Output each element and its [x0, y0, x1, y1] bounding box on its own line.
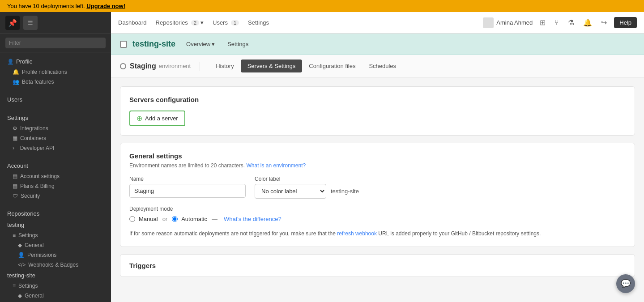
what-is-env-link[interactable]: What is an environment? — [246, 162, 306, 169]
project-nav-overview[interactable]: Overview ▾ — [181, 39, 220, 49]
testing-permissions-label: Permissions — [27, 252, 56, 258]
notification-icon: 🔔 — [13, 69, 19, 75]
sidebar-item-account-settings[interactable]: ▤ Account settings — [0, 171, 111, 181]
nav-users[interactable]: Users 1 — [213, 19, 239, 26]
servers-config-body: Servers configuration ⊕ Add a server — [120, 87, 635, 135]
testing-general-icon: ◆ — [18, 242, 22, 248]
general-settings-desc: Environment names are limited to 20 char… — [129, 162, 626, 169]
env-divider — [200, 62, 200, 71]
containers-icon: ▦ — [13, 135, 17, 141]
tab-servers-settings[interactable]: Servers & Settings — [241, 60, 303, 72]
flask-icon[interactable]: ⚗ — [566, 17, 576, 29]
overview-chevron-icon: ▾ — [212, 41, 215, 47]
add-server-button[interactable]: ⊕ Add a server — [129, 111, 185, 126]
sidebar-item-settings[interactable]: Settings — [0, 112, 111, 123]
testing-label: testing — [7, 221, 24, 228]
triggers-card: Triggers — [120, 254, 635, 277]
sidebar-item-profile-notifications[interactable]: 🔔 Profile notifications — [0, 67, 111, 77]
beta-features-label: Beta features — [22, 79, 54, 85]
fork-icon[interactable]: ⑂ — [553, 17, 561, 29]
profile-section: 👤 Profile 🔔 Profile notifications 👥 Beta… — [0, 52, 111, 90]
nav-bar: Dashboard Repositories 2 ▾ Users 1 Setti… — [111, 12, 644, 34]
containers-label: Containers — [20, 135, 46, 141]
tab-schedules[interactable]: Schedules — [362, 60, 403, 72]
sidebar-item-testing[interactable]: testing — [0, 219, 111, 230]
sidebar-item-security[interactable]: 🛡 Security — [0, 191, 111, 201]
profile-label: Profile — [16, 58, 33, 65]
grid-icon[interactable]: ⊞ — [538, 17, 547, 29]
logout-icon[interactable]: ↪ — [599, 17, 609, 29]
testing-general-label: General — [25, 242, 44, 248]
sidebar-item-testing-site-general[interactable]: ◆ General — [0, 291, 111, 301]
nav-repositories[interactable]: Repositories 2 ▾ — [156, 19, 204, 26]
project-settings-label: Settings — [227, 41, 248, 47]
sidebar-item-beta-features[interactable]: 👥 Beta features — [0, 77, 111, 87]
security-icon: 🛡 — [13, 193, 18, 199]
servers-config-title: Servers configuration — [129, 96, 626, 103]
sidebar-item-testing-webhooks[interactable]: </> Webhooks & Badges — [0, 260, 111, 270]
sidebar-item-containers[interactable]: ▦ Containers — [0, 133, 111, 143]
upgrade-banner: You have 10 deployments left. Upgrade no… — [0, 0, 644, 12]
project-checkbox[interactable] — [120, 41, 127, 48]
webhook-note: If for some reason automatic deployments… — [129, 230, 626, 238]
project-name: testing-site — [132, 39, 175, 49]
bell-icon[interactable]: 🔔 — [581, 17, 594, 29]
sidebar-item-testing-site-settings[interactable]: ≡ Settings — [0, 281, 111, 291]
sidebar-item-developer-api[interactable]: ›_ Developer API — [0, 143, 111, 153]
sidebar-item-repositories[interactable]: Repositories — [0, 208, 111, 219]
env-type: environment — [159, 63, 191, 69]
name-input[interactable] — [129, 184, 246, 198]
manual-radio[interactable] — [129, 216, 135, 222]
general-settings-body: General settings Environment names are l… — [120, 143, 635, 247]
project-nav-settings[interactable]: Settings — [222, 39, 254, 49]
manual-label: Manual — [139, 216, 158, 222]
tab-history[interactable]: History — [209, 60, 240, 72]
sidebar-item-profile[interactable]: 👤 Profile — [0, 56, 111, 67]
integrations-icon: ⚙ — [13, 125, 17, 132]
refresh-webhook-link[interactable]: refresh webhook — [337, 230, 377, 237]
nav-settings[interactable]: Settings — [248, 17, 269, 28]
developer-api-label: Developer API — [20, 145, 55, 151]
user-name: Amina Ahmed — [496, 19, 533, 26]
sidebar-item-testing-permissions[interactable]: 👤 Permissions — [0, 250, 111, 260]
nav-dashboard[interactable]: Dashboard — [118, 17, 147, 28]
sidebar-item-integrations[interactable]: ⚙ Integrations — [0, 123, 111, 133]
account-section: Account ▤ Account settings ▤ Plans & Bil… — [0, 157, 111, 204]
sidebar-item-account[interactable]: Account — [0, 160, 111, 171]
help-button[interactable]: Help — [614, 17, 637, 28]
sidebar-item-testing-general[interactable]: ◆ General — [0, 240, 111, 250]
integrations-label: Integrations — [20, 125, 48, 132]
app-logo: 📌 — [5, 16, 20, 30]
sidebar-filter-input[interactable] — [5, 38, 106, 48]
profile-icon: 👤 — [7, 59, 13, 65]
nav-user[interactable]: Amina Ahmed — [483, 17, 533, 28]
testing-site-label: testing-site — [7, 272, 35, 279]
project-nav: Overview ▾ Settings — [181, 39, 254, 49]
repositories-chevron-icon: ▾ — [200, 19, 204, 26]
automatic-radio[interactable] — [172, 216, 178, 222]
repositories-badge: 2 — [191, 20, 199, 26]
upgrade-link[interactable]: Upgrade now! — [86, 3, 125, 9]
color-select[interactable]: No color label — [255, 184, 326, 199]
banner-text: You have 10 deployments left. — [7, 3, 85, 9]
users-label: Users — [7, 96, 22, 103]
security-label: Security — [21, 193, 40, 199]
page-content: Servers configuration ⊕ Add a server Gen… — [111, 77, 644, 302]
beta-icon: 👥 — [13, 79, 19, 85]
sidebar-item-plans-billing[interactable]: ▤ Plans & Billing — [0, 181, 111, 191]
menu-toggle-button[interactable]: ☰ — [23, 16, 38, 30]
testing-settings-label: Settings — [18, 232, 38, 238]
testing-webhooks-label: Webhooks & Badges — [28, 262, 78, 268]
env-name-limit-text: Environment names are limited to 20 char… — [129, 162, 245, 169]
sidebar-item-testing-site[interactable]: testing-site — [0, 270, 111, 281]
sidebar-item-testing-settings[interactable]: ≡ Settings — [0, 230, 111, 240]
tab-configuration-files[interactable]: Configuration files — [302, 60, 362, 72]
sidebar-item-users[interactable]: Users — [0, 94, 111, 105]
chat-bubble-button[interactable]: 💬 — [616, 274, 635, 293]
user-avatar — [483, 17, 494, 28]
general-settings-card: General settings Environment names are l… — [120, 143, 635, 247]
whats-the-difference-link[interactable]: What's the difference? — [224, 216, 281, 222]
color-site-text: testing-site — [331, 188, 359, 195]
env-header: Staging environment History Servers & Se… — [111, 55, 644, 77]
name-form-group: Name — [129, 176, 246, 198]
